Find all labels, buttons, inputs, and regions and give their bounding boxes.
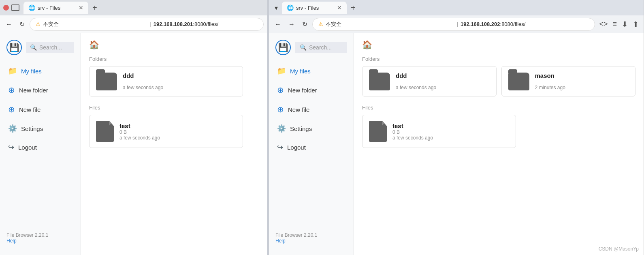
right-address-input[interactable]: ⚠ 不安全 | 192.168.108.202:8080/files/ [312, 18, 595, 31]
right-active-tab[interactable]: 🌐 srv - Files ✕ [282, 2, 347, 14]
right-back-button[interactable]: ← [272, 19, 284, 30]
right-sidebar-item-my-files[interactable]: 📁 My files [269, 62, 354, 80]
left-app-content: 💾 🔍 Search... 📁 My files ⊕ New folder ⊕ [0, 33, 267, 255]
left-sidebar-footer: File Browser 2.20.1 Help [0, 227, 81, 249]
left-files-label: Files [89, 105, 259, 111]
right-file-test-icon [369, 121, 387, 142]
left-file-test-size: 0 B [119, 129, 236, 135]
left-folders-grid: ddd — a few seconds ago [89, 66, 259, 96]
right-security-text: 不安全 [326, 21, 454, 28]
right-version-text: File Browser 2.20.1 [275, 232, 347, 238]
left-back-button[interactable]: ← [3, 19, 15, 30]
csdn-watermark: CSDN @MasonYp [599, 246, 639, 252]
right-folder-ddd-date: a few seconds ago [396, 85, 490, 90]
left-tab-close[interactable]: ✕ [79, 4, 83, 11]
left-folder-ddd-icon [96, 73, 117, 90]
left-browser: 🌐 srv - Files ✕ + ← ↻ ⚠ 不安全 | 192.168.10… [0, 0, 267, 255]
right-security-warning: ⚠ [318, 21, 323, 27]
left-sidebar-nav: 📁 My files ⊕ New folder ⊕ New file ⚙️ Se… [0, 62, 81, 227]
right-sidebar-header: 💾 🔍 Search... [269, 40, 354, 62]
left-new-file-label: New file [19, 106, 41, 113]
left-security-warning: ⚠ [36, 21, 41, 27]
right-tab-favicon: 🌐 [287, 4, 294, 11]
left-tab-title: srv - Files [38, 5, 76, 11]
right-app-logo: 💾 [275, 40, 291, 55]
left-sidebar-item-logout[interactable]: ↪ Logout [0, 138, 81, 156]
right-new-folder-icon: ⊕ [277, 85, 284, 95]
right-files-grid: test 0 B a few seconds ago [362, 115, 635, 148]
right-address-bar: ← → ↻ ⚠ 不安全 | 192.168.108.202:8080/files… [269, 15, 644, 33]
left-window-controls [3, 4, 19, 11]
right-new-file-icon: ⊕ [277, 105, 284, 114]
window-icon [11, 4, 19, 11]
close-button[interactable] [3, 5, 9, 11]
left-new-tab-button[interactable]: + [90, 3, 100, 13]
left-sidebar-item-my-files[interactable]: 📁 My files [0, 62, 81, 80]
right-folders-label: Folders [362, 56, 635, 62]
left-folder-ddd-name: ddd [123, 72, 236, 79]
right-search-box[interactable]: 🔍 Search... [295, 42, 347, 53]
right-new-folder-label: New folder [288, 87, 317, 94]
right-settings-icon: ⚙️ [277, 124, 286, 133]
right-upload-button[interactable]: ⬆ [631, 18, 640, 30]
right-folder-mason-size: — [535, 79, 629, 85]
right-folders-grid: ddd — a few seconds ago mason — 2 minute… [362, 66, 635, 96]
right-files-label: Files [362, 105, 635, 111]
left-breadcrumb[interactable]: 🏠 [89, 40, 259, 49]
left-active-tab[interactable]: 🌐 srv - Files ✕ [23, 2, 88, 14]
right-breadcrumb[interactable]: 🏠 [362, 40, 635, 49]
right-sidebar-item-new-file[interactable]: ⊕ New file [269, 100, 354, 119]
right-file-test-date: a few seconds ago [392, 135, 509, 141]
left-search-placeholder: Search... [39, 44, 62, 51]
left-sidebar-item-new-folder[interactable]: ⊕ New folder [0, 80, 81, 100]
right-folder-ddd-info: ddd — a few seconds ago [396, 72, 490, 90]
left-tab-bar: 🌐 srv - Files ✕ + [0, 0, 267, 15]
right-sidebar-item-settings[interactable]: ⚙️ Settings [269, 119, 354, 138]
left-sidebar-header: 💾 🔍 Search... [0, 40, 81, 62]
right-file-test-name: test [392, 122, 509, 129]
left-help-link[interactable]: Help [6, 238, 74, 244]
right-my-files-label: My files [290, 68, 311, 75]
left-version-text: File Browser 2.20.1 [6, 232, 74, 238]
left-reload-button[interactable]: ↻ [17, 19, 27, 30]
right-help-link[interactable]: Help [275, 238, 347, 244]
right-file-test[interactable]: test 0 B a few seconds ago [362, 115, 516, 148]
right-download-button[interactable]: ⬇ [620, 18, 629, 30]
left-settings-label: Settings [21, 125, 43, 132]
left-logout-icon: ↪ [8, 143, 14, 152]
right-folder-mason-date: 2 minutes ago [535, 85, 629, 90]
right-folder-mason-icon [508, 73, 529, 90]
left-app-logo: 💾 [6, 40, 22, 55]
right-forward-button[interactable]: → [286, 19, 297, 30]
right-sidebar-item-new-folder[interactable]: ⊕ New folder [269, 80, 354, 100]
right-dropdown-button[interactable]: ▾ [272, 3, 280, 13]
left-main-content: 🏠 Folders ddd — a few seconds ago Files [81, 33, 267, 255]
left-file-test[interactable]: test 0 B a few seconds ago [89, 115, 243, 148]
right-code-view-button[interactable]: <> [597, 18, 609, 30]
left-folder-ddd-info: ddd — a few seconds ago [123, 72, 236, 90]
right-tab-title: srv - Files [296, 5, 335, 11]
left-file-test-date: a few seconds ago [119, 135, 236, 141]
right-list-view-button[interactable]: ≡ [611, 18, 618, 30]
right-reload-button[interactable]: ↻ [300, 19, 310, 30]
left-address-separator: | [149, 21, 151, 27]
left-settings-icon: ⚙️ [8, 124, 17, 133]
left-address-input[interactable]: ⚠ 不安全 | 192.168.108.201:8080/files/ [30, 18, 264, 31]
right-folder-ddd[interactable]: ddd — a few seconds ago [362, 66, 497, 96]
right-file-test-size: 0 B [392, 129, 509, 135]
right-tab-close[interactable]: ✕ [337, 4, 342, 11]
right-main-content: 🏠 Folders ddd — a few seconds ago mason … [354, 33, 644, 255]
right-browser: ▾ 🌐 srv - Files ✕ + ← → ↻ ⚠ 不安全 | 192.16… [269, 0, 644, 255]
right-sidebar-item-logout[interactable]: ↪ Logout [269, 138, 354, 156]
left-search-box[interactable]: 🔍 Search... [26, 42, 74, 53]
left-folder-ddd[interactable]: ddd — a few seconds ago [89, 66, 243, 96]
left-new-folder-icon: ⊕ [8, 85, 15, 95]
left-sidebar-item-settings[interactable]: ⚙️ Settings [0, 119, 81, 138]
left-sidebar-item-new-file[interactable]: ⊕ New file [0, 100, 81, 119]
left-sidebar: 💾 🔍 Search... 📁 My files ⊕ New folder ⊕ [0, 33, 81, 255]
right-folder-mason-name: mason [535, 72, 629, 79]
right-new-tab-button[interactable]: + [348, 3, 358, 13]
left-file-test-name: test [119, 122, 236, 129]
right-address-separator: | [457, 21, 458, 27]
right-folder-mason[interactable]: mason — 2 minutes ago [501, 66, 636, 96]
